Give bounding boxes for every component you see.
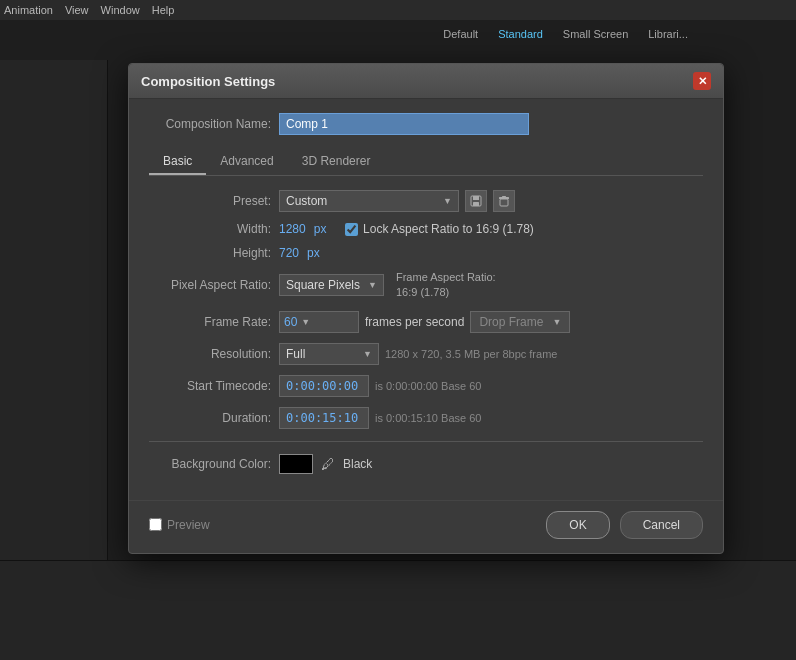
svg-rect-2 — [473, 202, 479, 206]
svg-rect-1 — [473, 196, 479, 200]
start-timecode-label: Start Timecode: — [149, 379, 279, 393]
bg-color-swatch[interactable] — [279, 454, 313, 474]
composition-name-row: Composition Name: — [149, 113, 703, 135]
width-control: 1280 px Lock Aspect Ratio to 16:9 (1.78) — [279, 222, 534, 236]
bg-color-control: 🖊 Black — [279, 454, 372, 474]
composition-name-input[interactable] — [279, 113, 529, 135]
bg-color-label: Background Color: — [149, 457, 279, 471]
duration-row: Duration: 0:00:15:10 is 0:00:15:10 Base … — [149, 407, 703, 429]
preset-value: Custom — [286, 194, 327, 208]
frame-rate-control: 60 ▼ frames per second Drop Frame ▼ — [279, 311, 570, 333]
frame-rate-arrow[interactable]: ▼ — [301, 317, 310, 327]
menu-window[interactable]: Window — [101, 4, 140, 16]
composition-name-label: Composition Name: — [149, 117, 279, 131]
preset-row: Preset: Custom ▼ — [149, 190, 703, 212]
workspace-tab-small[interactable]: Small Screen — [555, 26, 636, 42]
preset-dropdown[interactable]: Custom ▼ — [279, 190, 459, 212]
frame-aspect-info: Frame Aspect Ratio: 16:9 (1.78) — [396, 270, 496, 301]
preview-checkbox[interactable] — [149, 518, 162, 531]
frame-rate-input-group: 60 ▼ — [279, 311, 359, 333]
start-timecode-row: Start Timecode: 0:00:00:00 is 0:00:00:00… — [149, 375, 703, 397]
tab-basic[interactable]: Basic — [149, 149, 206, 175]
resolution-row: Resolution: Full ▼ 1280 x 720, 3.5 MB pe… — [149, 343, 703, 365]
preset-save-icon[interactable] — [465, 190, 487, 212]
dialog-overlay: Composition Settings ✕ Composition Name:… — [108, 55, 796, 660]
preset-delete-icon[interactable] — [493, 190, 515, 212]
resolution-label: Resolution: — [149, 347, 279, 361]
start-timecode-info: is 0:00:00:00 Base 60 — [375, 380, 481, 392]
height-row: Height: 720 px — [149, 246, 703, 260]
start-timecode-input[interactable]: 0:00:00:00 — [279, 375, 369, 397]
duration-control: 0:00:15:10 is 0:00:15:10 Base 60 — [279, 407, 481, 429]
drop-frame-dropdown[interactable]: Drop Frame ▼ — [470, 311, 570, 333]
drop-frame-label: Drop Frame — [479, 315, 543, 329]
workspace-tab-librari[interactable]: Librari... — [640, 26, 696, 42]
preview-checkbox-row: Preview — [149, 518, 210, 532]
start-timecode-control: 0:00:00:00 is 0:00:00:00 Base 60 — [279, 375, 481, 397]
bg-color-name: Black — [343, 457, 372, 471]
dialog-footer: Preview OK Cancel — [129, 500, 723, 553]
frame-aspect-label: Frame Aspect Ratio: — [396, 271, 496, 283]
lock-aspect-row: Lock Aspect Ratio to 16:9 (1.78) — [345, 222, 534, 236]
resolution-info: 1280 x 720, 3.5 MB per 8bpc frame — [385, 348, 557, 360]
frame-aspect-value: 16:9 (1.78) — [396, 286, 449, 298]
width-label: Width: — [149, 222, 279, 236]
eyedropper-icon[interactable]: 🖊 — [319, 456, 337, 472]
height-value[interactable]: 720 — [279, 246, 299, 260]
resolution-dropdown[interactable]: Full ▼ — [279, 343, 379, 365]
pixel-aspect-row: Pixel Aspect Ratio: Square Pixels ▼ Fram… — [149, 270, 703, 301]
pixel-aspect-arrow: ▼ — [368, 280, 377, 290]
workspace-tabs: Default Standard Small Screen Librari... — [435, 20, 696, 48]
bg-color-row: Background Color: 🖊 Black — [149, 454, 703, 474]
width-unit: px — [314, 222, 327, 236]
menu-help[interactable]: Help — [152, 4, 175, 16]
footer-left: Preview — [149, 518, 536, 532]
duration-info: is 0:00:15:10 Base 60 — [375, 412, 481, 424]
svg-rect-3 — [500, 199, 508, 206]
resolution-arrow: ▼ — [363, 349, 372, 359]
menu-bar: Animation View Window Help Default Stand… — [0, 0, 796, 20]
duration-label: Duration: — [149, 411, 279, 425]
pixel-aspect-value: Square Pixels — [286, 278, 360, 292]
width-value[interactable]: 1280 — [279, 222, 306, 236]
lock-aspect-label: Lock Aspect Ratio to 16:9 (1.78) — [363, 222, 534, 236]
ok-button[interactable]: OK — [546, 511, 609, 539]
workspace-tab-default[interactable]: Default — [435, 26, 486, 42]
pixel-aspect-dropdown[interactable]: Square Pixels ▼ — [279, 274, 384, 296]
drop-frame-arrow: ▼ — [552, 317, 561, 327]
duration-input[interactable]: 0:00:15:10 — [279, 407, 369, 429]
height-label: Height: — [149, 246, 279, 260]
frame-rate-label: Frame Rate: — [149, 315, 279, 329]
menu-view[interactable]: View — [65, 4, 89, 16]
pixel-aspect-label: Pixel Aspect Ratio: — [149, 278, 279, 292]
tab-bar: Basic Advanced 3D Renderer — [149, 149, 703, 176]
tab-3d-renderer[interactable]: 3D Renderer — [288, 149, 385, 175]
height-control: 720 px — [279, 246, 320, 260]
dialog-content: Composition Name: Basic Advanced 3D Rend… — [129, 99, 723, 500]
frames-per-second-label: frames per second — [365, 315, 464, 329]
preset-control: Custom ▼ — [279, 190, 515, 212]
preset-dropdown-arrow: ▼ — [443, 196, 452, 206]
resolution-control: Full ▼ 1280 x 720, 3.5 MB per 8bpc frame — [279, 343, 557, 365]
width-row: Width: 1280 px Lock Aspect Ratio to 16:9… — [149, 222, 703, 236]
close-button[interactable]: ✕ — [693, 72, 711, 90]
cancel-button[interactable]: Cancel — [620, 511, 703, 539]
preview-label: Preview — [167, 518, 210, 532]
composition-settings-dialog: Composition Settings ✕ Composition Name:… — [128, 63, 724, 554]
menu-animation[interactable]: Animation — [4, 4, 53, 16]
preset-label: Preset: — [149, 194, 279, 208]
frame-rate-value[interactable]: 60 — [284, 315, 297, 329]
tab-advanced[interactable]: Advanced — [206, 149, 287, 175]
workspace-tab-standard[interactable]: Standard — [490, 26, 551, 42]
lock-aspect-checkbox[interactable] — [345, 223, 358, 236]
frame-rate-row: Frame Rate: 60 ▼ frames per second Drop … — [149, 311, 703, 333]
divider — [149, 441, 703, 442]
dialog-title: Composition Settings — [141, 74, 275, 89]
svg-rect-5 — [502, 196, 506, 198]
resolution-value: Full — [286, 347, 305, 361]
dialog-titlebar: Composition Settings ✕ — [129, 64, 723, 99]
height-unit: px — [307, 246, 320, 260]
